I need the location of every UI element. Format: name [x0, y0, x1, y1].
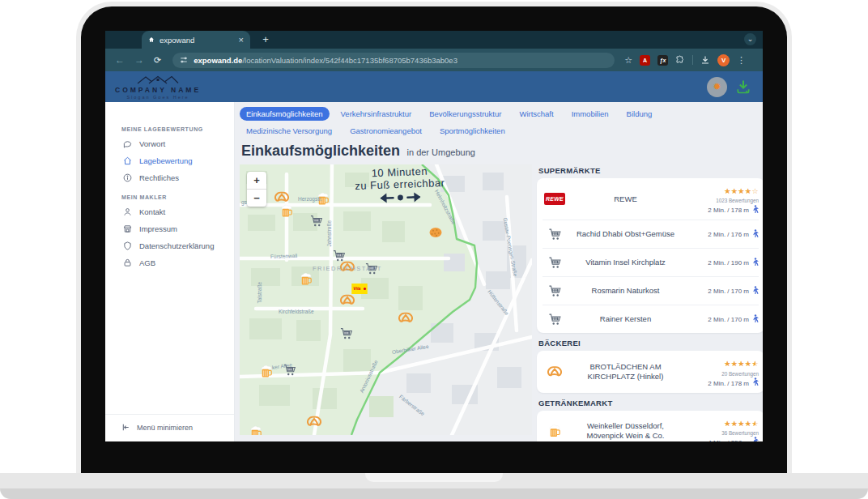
toolbar-divider	[692, 55, 693, 65]
forward-icon[interactable]: →	[134, 54, 144, 66]
panel-section-title: GETRÄNKEMARKT	[538, 399, 763, 407]
bread-marker[interactable]	[428, 227, 443, 242]
walking-person-icon	[751, 205, 759, 217]
cart-marker[interactable]	[310, 215, 324, 232]
address-bar[interactable]: expowand.de/locationValuation/index/542f…	[172, 53, 615, 68]
company-slogan: Slogan Goes Here	[115, 96, 201, 100]
collapse-menu-button[interactable]: Menü minimieren	[105, 414, 234, 441]
adobe-extension-icon[interactable]: A	[640, 55, 650, 66]
walking-person-icon	[751, 286, 759, 298]
bookmark-star-icon[interactable]: ☆	[624, 55, 632, 66]
beer-marker[interactable]	[300, 273, 313, 290]
downloads-icon[interactable]	[700, 55, 710, 65]
sidebar-item-label: Lagebewertung	[139, 156, 193, 165]
company-logo[interactable]: COMPANY NAME Slogan Goes Here	[115, 74, 201, 100]
browser-tab[interactable]: expowand ×	[142, 31, 250, 49]
category-tabs: EinkaufsmöglichkeitenVerkehrsinfrastrukt…	[240, 107, 693, 138]
poi-name: BROTLÄDCHEN AM KIRCHPLATZ (Hinkel)	[567, 362, 684, 382]
tab-verkehrsinfrastruktur[interactable]: Verkehrsinfrastruktur	[334, 107, 419, 121]
profile-avatar[interactable]: V	[717, 54, 730, 66]
sidebar: MEINE LAGEBEWERTUNGVorwortLagebewertungR…	[105, 102, 235, 441]
pretzel-marker[interactable]	[340, 294, 355, 309]
distance-row: 2 Min. / 170 m	[684, 314, 759, 326]
tab-bildung[interactable]: Bildung	[620, 107, 659, 121]
poi-row-weinkeller-düsseldorf-mövenpick-wein-co[interactable]: Weinkeller Düsseldorf, Mövenpick Wein & …	[542, 411, 759, 441]
header-actions: ✹	[707, 77, 751, 97]
distance-text: 2 Min. / 178 m	[708, 380, 749, 388]
sidebar-item-label: AGB	[139, 258, 155, 267]
poi-row-brotlädchen-am-kirchplatz-hinkel[interactable]: BROTLÄDCHEN AM KIRCHPLATZ (Hinkel)☆☆☆☆☆★…	[542, 351, 759, 392]
zoom-out-button[interactable]: −	[247, 190, 266, 207]
tab-einkaufsmöglichkeiten[interactable]: Einkaufsmöglichkeiten	[240, 107, 330, 121]
poi-row-rainer-kersten[interactable]: Rainer Kersten2 Min. / 170 m	[542, 305, 759, 333]
company-name: COMPANY NAME	[115, 87, 201, 94]
poi-card: Weinkeller Düsseldorf, Mövenpick Wein & …	[537, 411, 763, 441]
back-icon[interactable]: ←	[115, 54, 125, 66]
street-label: Talstraße	[257, 282, 262, 304]
sidebar-section-label: MEINE LAGEBEWERTUNG	[121, 126, 234, 132]
sidebar-item-datenschutzerklärung[interactable]: Datenschutzerklärung	[105, 237, 234, 254]
panel-section-title: BÄCKEREI	[538, 339, 763, 348]
map[interactable]: + − 10 Minuten zu Fuß erreichbar	[240, 164, 532, 435]
sidebar-item-label: Kontakt	[139, 207, 165, 216]
extensions-puzzle-icon[interactable]	[675, 55, 685, 65]
tab-sportmöglichkeiten[interactable]: Sportmöglichkeiten	[433, 124, 512, 138]
sidebar-item-lagebewertung[interactable]: Lagebewertung	[105, 152, 234, 169]
cart-icon	[542, 313, 567, 326]
distance-text: 2 Min. / 170 m	[708, 316, 749, 324]
new-tab-button[interactable]: +	[259, 33, 272, 46]
beer-marker[interactable]	[280, 205, 293, 222]
url-text: expowand.de/locationValuation/index/542f…	[194, 56, 457, 65]
distance-row: 2 Min. / 190 m	[684, 258, 759, 270]
tab-gastronomieangebot[interactable]: Gastronomieangebot	[343, 124, 428, 138]
cart-marker[interactable]	[340, 327, 354, 344]
street-label: Jahnstraße	[326, 220, 332, 247]
tab-wirtschaft[interactable]: Wirtschaft	[513, 107, 560, 121]
laptop-base-edge	[0, 488, 868, 499]
map-zoom-control: + −	[247, 172, 266, 207]
svg-text:Vita: Vita	[353, 286, 360, 291]
browser-menu-icon[interactable]: ⋮	[737, 55, 746, 66]
review-count: 20 Bewertungen	[684, 371, 759, 377]
sidebar-item-impressum[interactable]: Impressum	[105, 220, 234, 237]
download-report-icon[interactable]	[735, 79, 751, 95]
review-count: 36 Bewertungen	[684, 430, 759, 437]
beer-marker[interactable]	[260, 365, 273, 382]
site-settings-icon	[180, 56, 188, 64]
poi-row-rachid-dhabi-obst-gemüse[interactable]: Rachid Dhabi Obst+Gemüse2 Min. / 176 m	[542, 220, 759, 249]
sidebar-item-vorwort[interactable]: Vorwort	[105, 135, 234, 152]
district-label: FRIEDRICHSTADT	[313, 265, 382, 272]
cart-icon	[542, 284, 567, 298]
fx-extension-icon[interactable]: ƒx	[657, 55, 668, 66]
street-label: Herzogstr.	[298, 196, 322, 202]
distance-row: 2 Min. / 178 m	[684, 377, 759, 390]
storefront-icon	[123, 224, 132, 233]
page-title: Einkaufsmöglichkeiten	[241, 143, 400, 159]
distance-text: 2 Min. / 170 m	[708, 288, 749, 296]
tab-immobilien[interactable]: Immobilien	[565, 107, 615, 121]
reload-icon[interactable]: ⟳	[154, 55, 161, 66]
tab-medizinische-versorgung[interactable]: Medizinische Versorgung	[240, 124, 338, 138]
poi-name: REWE	[567, 194, 684, 204]
poi-details: ☆☆☆☆☆★★★★★20 Bewertungen2 Min. / 178 m	[684, 354, 759, 389]
sidebar-item-rechtliches[interactable]: Rechtliches	[105, 169, 234, 186]
browser-window: expowand × + ⌄ ← → ⟳ expowand.de/locatio…	[105, 31, 763, 441]
tab-close-icon[interactable]: ×	[239, 36, 244, 45]
user-avatar[interactable]: ✹	[707, 77, 727, 97]
beer-marker[interactable]	[249, 426, 262, 436]
pretzel-marker[interactable]	[307, 416, 321, 431]
zoom-in-button[interactable]: +	[247, 172, 266, 189]
sidebar-item-agb[interactable]: AGB	[105, 254, 234, 271]
sidebar-item-kontakt[interactable]: Kontakt	[105, 203, 234, 220]
pretzel-icon	[542, 365, 567, 377]
poi-row-rewe[interactable]: REWEREWE☆☆☆☆☆★★★★★1023 Bewertungen2 Min.…	[542, 178, 759, 220]
walking-person-icon	[751, 437, 759, 441]
poi-row-rosmarin-naturkost[interactable]: Rosmarin Naturkost2 Min. / 170 m	[542, 277, 759, 305]
chat-icon	[123, 139, 132, 148]
tab-bevölkerungsstruktur[interactable]: Bevölkerungsstruktur	[423, 107, 508, 121]
collapse-arrow-icon	[121, 423, 130, 432]
distance-text: 4 Min. / 358 m	[708, 439, 749, 441]
pretzel-marker[interactable]	[398, 312, 413, 327]
tab-search-chevron-icon[interactable]: ⌄	[744, 33, 756, 45]
poi-row-vitamin-insel-kirchplatz[interactable]: Vitamin Insel Kirchplatz2 Min. / 190 m	[542, 249, 759, 277]
